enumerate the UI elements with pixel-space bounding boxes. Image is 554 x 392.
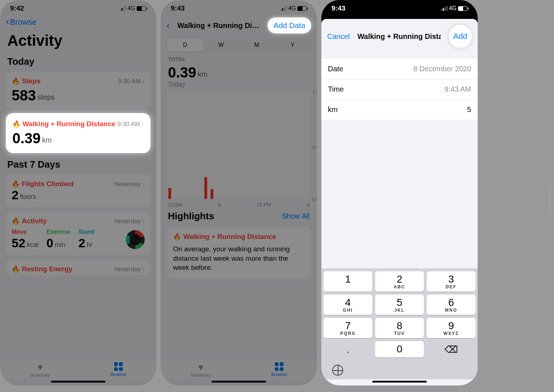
activity-ring-icon	[126, 230, 145, 249]
card-title: Walking + Running Distance	[183, 233, 276, 241]
add-data-button[interactable]: Add Data	[268, 17, 311, 33]
key-6[interactable]: 6MNO	[427, 295, 475, 315]
ytick: 1.0	[312, 89, 317, 95]
tab-browse[interactable]: Browse	[271, 362, 287, 378]
chevron-right-icon: ›	[142, 265, 145, 273]
flights-value: 2	[12, 188, 19, 202]
flame-icon: 🔥	[12, 265, 20, 273]
xtick: 12 AM	[168, 202, 182, 208]
range-segmented[interactable]: D W M Y	[166, 38, 311, 52]
exercise-label: Exercise	[47, 229, 71, 235]
highlight-card[interactable]: 🔥Walking + Running Distance On average, …	[166, 227, 311, 278]
move-unit: kcal	[27, 241, 39, 249]
card-walking-running[interactable]: 🔥Walking + Running Distance 9:30 AM› 0.3…	[6, 113, 150, 153]
exercise-value: 0	[47, 236, 53, 250]
globe-icon[interactable]	[332, 365, 343, 376]
ytick: 0.0	[312, 196, 317, 202]
home-indicator[interactable]	[212, 381, 266, 383]
key-9[interactable]: 9WXYZ	[427, 318, 475, 338]
card-title: Activity	[22, 217, 47, 225]
network-label: 4G	[288, 5, 296, 12]
exercise-unit: min	[55, 241, 65, 249]
card-time: Yesterday	[113, 218, 141, 225]
card-resting-energy[interactable]: 🔥Resting Energy Yesterday›	[6, 260, 150, 275]
home-indicator[interactable]	[372, 381, 427, 383]
back-button[interactable]: ‹	[166, 23, 170, 29]
back-button[interactable]: ‹Browse	[6, 17, 37, 27]
xtick: 12 PM	[257, 202, 271, 208]
stand-value: 2	[79, 236, 85, 250]
key-1[interactable]: 1	[324, 271, 372, 292]
key-0[interactable]: 0	[375, 341, 424, 357]
card-time: Yesterday	[113, 266, 141, 273]
show-all-button[interactable]: Show All	[282, 212, 310, 220]
row-value: 9:43 AM	[445, 85, 471, 93]
tab-label: Browse	[271, 372, 287, 377]
watermark: www.deuaq.com	[547, 179, 552, 213]
tab-label: Summary	[191, 372, 211, 378]
seg-day[interactable]: D	[167, 39, 203, 52]
tab-bar: ♥Summary Browse	[161, 359, 317, 379]
home-indicator[interactable]	[51, 381, 105, 383]
screenshot-detail: 9:43 4G ‹ Walking + Running Distance Add…	[161, 0, 317, 385]
battery-icon	[458, 6, 467, 11]
key-dot[interactable]: .	[324, 341, 372, 357]
key-8[interactable]: 8TUV	[375, 318, 424, 338]
row-time[interactable]: Time9:43 AM	[321, 79, 478, 100]
key-2[interactable]: 2ABC	[375, 271, 424, 292]
steps-value: 583	[12, 87, 36, 104]
card-steps[interactable]: 🔥Steps 9:30 AM› 583steps	[6, 72, 150, 109]
key-3[interactable]: 3DEF	[427, 271, 475, 292]
add-button[interactable]: Add	[449, 25, 472, 48]
cancel-button[interactable]: Cancel	[327, 32, 350, 41]
network-label: 4G	[128, 5, 135, 12]
tab-summary[interactable]: ♥Summary	[191, 362, 211, 378]
total-unit: km	[198, 70, 208, 79]
status-time: 9:43	[171, 4, 185, 12]
row-label: km	[328, 105, 338, 114]
highlight-body: On average, your walking and running dis…	[173, 244, 305, 272]
flame-icon: 🔥	[12, 77, 20, 85]
ytick: 0.5	[312, 145, 317, 150]
signal-icon	[120, 6, 126, 11]
modal-navbar: Cancel Walking + Running Distance Add	[321, 19, 478, 52]
key-delete[interactable]: ⌫	[427, 341, 475, 357]
seg-week[interactable]: W	[203, 39, 239, 52]
tab-summary[interactable]: ♥Summary	[30, 362, 51, 378]
add-label: Add	[453, 32, 467, 41]
row-date[interactable]: Date8 December 2020	[321, 59, 478, 79]
grid-icon	[114, 362, 123, 371]
key-7[interactable]: 7PQRS	[324, 318, 372, 338]
status-bar: 9:42 4G	[0, 0, 156, 15]
card-title: Flights Climbed	[22, 180, 74, 188]
battery-icon	[137, 6, 146, 11]
stand-unit: hr	[87, 241, 93, 249]
heart-icon: ♥	[37, 362, 43, 372]
row-km[interactable]: km5	[321, 100, 478, 120]
network-label: 4G	[449, 5, 457, 12]
key-5[interactable]: 5JKL	[375, 295, 424, 315]
tab-browse[interactable]: Browse	[111, 362, 126, 378]
card-title: Steps	[22, 77, 41, 85]
card-activity[interactable]: 🔥Activity Yesterday› Move 52kcal Exercis…	[6, 212, 150, 255]
heart-icon: ♥	[198, 362, 203, 372]
section-past7: Past 7 Days	[0, 155, 156, 172]
status-bar: 9:43 4G	[161, 0, 317, 15]
key-4[interactable]: 4GHI	[324, 295, 372, 315]
card-title: Walking + Running Distance	[23, 120, 115, 128]
signal-icon	[441, 6, 447, 11]
numeric-keypad: 1 2ABC 3DEF 4GHI 5JKL 6MNO 7PQRS 8TUV 9W…	[321, 268, 478, 360]
move-label: Move	[12, 229, 39, 235]
hourly-chart[interactable]: 1.0 0.5 0.0	[166, 90, 311, 199]
seg-month[interactable]: M	[239, 39, 275, 52]
steps-unit: steps	[37, 93, 55, 101]
add-data-label: Add Data	[273, 21, 305, 29]
tab-bar: ♥Summary Browse	[0, 359, 156, 379]
nav-bar: ‹ Walking + Running Distance Add Data	[161, 15, 317, 36]
chevron-right-icon: ›	[141, 120, 144, 128]
modal-title: Walking + Running Distance	[357, 32, 441, 41]
seg-year[interactable]: Y	[275, 39, 311, 52]
nav-title: Walking + Running Distance	[177, 21, 261, 30]
today-label: Today	[161, 81, 317, 88]
card-flights[interactable]: 🔥Flights Climbed Yesterday› 2floors	[6, 175, 150, 207]
